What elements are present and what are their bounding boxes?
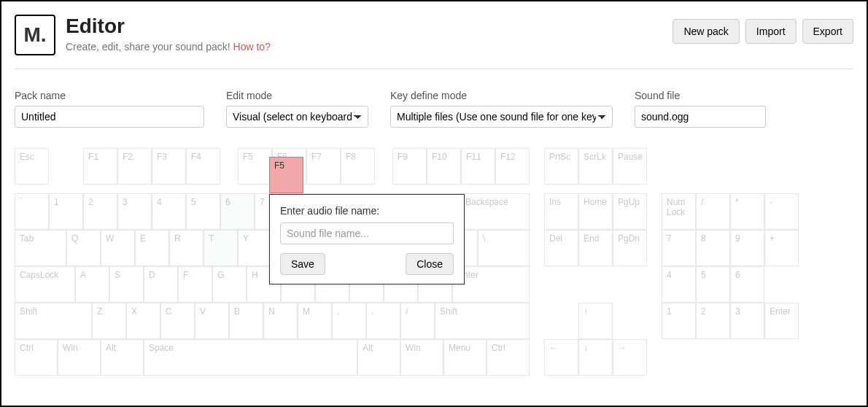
key-f11[interactable]: F11	[461, 148, 495, 185]
key-lshift[interactable]: Shift	[15, 303, 92, 339]
key-num7[interactable]: 7	[662, 230, 696, 266]
key-numadd[interactable]: +	[764, 230, 799, 266]
key-6[interactable]: 6	[220, 193, 255, 230]
key-right[interactable]: →	[613, 339, 647, 376]
key-space[interactable]: Space	[144, 339, 357, 376]
key-rwin[interactable]: Win	[400, 339, 443, 376]
key-t[interactable]: T	[204, 230, 238, 266]
key-s[interactable]: S	[109, 266, 144, 303]
key-numenter[interactable]: Enter	[764, 303, 799, 339]
key-e[interactable]: E	[135, 230, 169, 266]
key-num5[interactable]: 5	[696, 266, 730, 303]
key-num6[interactable]: 6	[730, 266, 764, 303]
key-numdiv[interactable]: /	[696, 193, 730, 230]
key-y[interactable]: Y	[238, 230, 272, 266]
key-q[interactable]: Q	[66, 230, 101, 266]
key-backslash[interactable]: \	[478, 230, 530, 266]
sound-file-field: Sound file	[635, 90, 766, 128]
key-z[interactable]: Z	[92, 303, 126, 339]
key-esc[interactable]: Esc	[15, 148, 49, 185]
key-num2[interactable]: 2	[696, 303, 730, 339]
key-ralt[interactable]: Alt	[357, 339, 400, 376]
sound-file-name-input[interactable]	[280, 222, 454, 244]
key-5[interactable]: 5	[186, 193, 220, 230]
sound-file-input[interactable]	[635, 106, 766, 128]
key-num8[interactable]: 8	[696, 230, 730, 266]
edit-mode-select[interactable]: Visual (select on keyboard)	[226, 106, 368, 128]
key-period[interactable]: .	[366, 303, 400, 339]
export-button[interactable]: Export	[802, 19, 853, 44]
key-comma[interactable]: ,	[332, 303, 366, 339]
key-lctrl[interactable]: Ctrl	[15, 339, 58, 376]
key-num3[interactable]: 3	[730, 303, 764, 339]
key-lalt[interactable]: Alt	[101, 339, 144, 376]
key-del[interactable]: Del	[544, 230, 578, 266]
key-define-mode-field: Key define mode Multiple files (Use one …	[390, 90, 613, 128]
key-capslock[interactable]: CapsLock	[15, 266, 75, 303]
key-v[interactable]: V	[195, 303, 229, 339]
new-pack-button[interactable]: New pack	[673, 19, 739, 44]
key-f[interactable]: F	[178, 266, 212, 303]
key-f9[interactable]: F9	[392, 148, 427, 185]
key-f3[interactable]: F3	[152, 148, 186, 185]
key-d[interactable]: D	[144, 266, 178, 303]
key-numsub[interactable]: -	[764, 193, 799, 230]
key-define-mode-select[interactable]: Multiple files (Use one sound file for o…	[390, 106, 613, 128]
key-f8[interactable]: F8	[341, 148, 375, 185]
key-num9[interactable]: 9	[730, 230, 764, 266]
key-m[interactable]: M	[298, 303, 332, 339]
key-numlock[interactable]: Num Lock	[662, 193, 696, 230]
key-end[interactable]: End	[578, 230, 613, 266]
key-tab[interactable]: Tab	[15, 230, 66, 266]
key-num1[interactable]: 1	[662, 303, 696, 339]
key-prtsc[interactable]: PrtSc	[544, 148, 578, 185]
key-ins[interactable]: Ins	[544, 193, 578, 230]
close-button[interactable]: Close	[406, 253, 454, 275]
key-b[interactable]: B	[229, 303, 263, 339]
key-3[interactable]: 3	[117, 193, 152, 230]
key-backtick[interactable]: `	[15, 193, 49, 230]
key-f4[interactable]: F4	[186, 148, 220, 185]
key-4[interactable]: 4	[152, 193, 186, 230]
key-backspace[interactable]: Backspace	[460, 193, 530, 230]
key-rctrl[interactable]: Ctrl	[487, 339, 530, 376]
sound-file-label: Sound file	[635, 90, 766, 101]
pack-name-input[interactable]	[15, 106, 204, 128]
key-menu[interactable]: Menu	[443, 339, 487, 376]
key-f5-selected[interactable]: F5	[269, 157, 303, 193]
key-down[interactable]: ↓	[578, 339, 613, 376]
key-f1[interactable]: F1	[83, 148, 117, 185]
key-w[interactable]: W	[101, 230, 135, 266]
key-1[interactable]: 1	[49, 193, 83, 230]
key-pgdn[interactable]: PgDn	[613, 230, 647, 266]
key-scrlk[interactable]: ScrLk	[578, 148, 613, 185]
key-f2[interactable]: F2	[117, 148, 152, 185]
key-g[interactable]: G	[212, 266, 247, 303]
key-up[interactable]: ↑	[578, 303, 613, 339]
key-pgup[interactable]: PgUp	[613, 193, 647, 230]
key-nummul[interactable]: *	[730, 193, 764, 230]
key-2[interactable]: 2	[83, 193, 117, 230]
key-f12[interactable]: F12	[495, 148, 530, 185]
key-c[interactable]: C	[160, 303, 195, 339]
how-to-link[interactable]: How to?	[233, 41, 271, 53]
key-n[interactable]: N	[263, 303, 298, 339]
key-home[interactable]: Home	[578, 193, 613, 230]
key-pause[interactable]: Pause	[613, 148, 647, 185]
subtitle: Create, edit, share your sound pack! How…	[66, 41, 271, 53]
pack-name-field: Pack name	[15, 90, 204, 128]
key-lwin[interactable]: Win	[58, 339, 101, 376]
key-slash[interactable]: /	[400, 303, 435, 339]
key-f10[interactable]: F10	[427, 148, 461, 185]
import-button[interactable]: Import	[745, 19, 797, 44]
key-r[interactable]: R	[169, 230, 204, 266]
edit-mode-label: Edit mode	[226, 90, 368, 101]
key-rshift[interactable]: Shift	[435, 303, 530, 339]
save-button[interactable]: Save	[280, 253, 325, 275]
key-x[interactable]: X	[126, 303, 160, 339]
key-num4[interactable]: 4	[662, 266, 696, 303]
key-f5[interactable]: F5	[238, 148, 272, 185]
key-a[interactable]: A	[75, 266, 109, 303]
key-left[interactable]: ←	[544, 339, 578, 376]
key-f7[interactable]: F7	[306, 148, 341, 185]
